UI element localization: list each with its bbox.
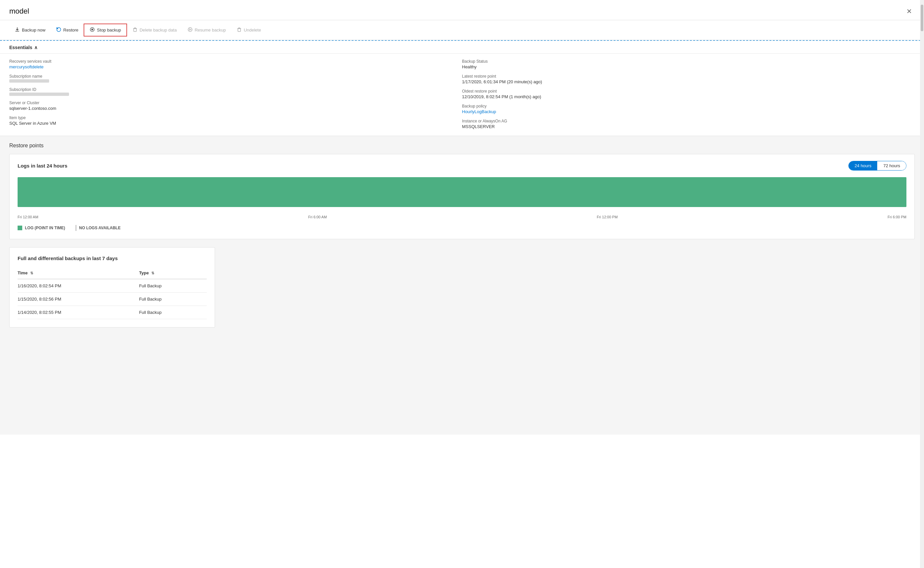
time-cell: 1/15/2020, 8:02:56 PM <box>18 293 139 306</box>
backups-card: Full and differential backups in last 7 … <box>9 247 215 328</box>
chart-container <box>18 177 906 210</box>
backup-status-label: Backup Status <box>462 59 915 64</box>
delete-backup-icon <box>132 27 138 33</box>
stop-backup-button[interactable]: Stop backup <box>84 24 127 36</box>
undelete-label: Undelete <box>244 27 261 33</box>
oldest-restore-value: 12/10/2019, 8:02:54 PM (1 month(s) ago) <box>462 94 541 99</box>
toolbar: Backup now Restore Stop backup <box>0 20 924 40</box>
backup-policy-item: Backup policy HourlyLogBackup <box>462 104 915 114</box>
subscription-id-label: Subscription ID <box>9 87 462 92</box>
server-cluster-label: Server or Cluster <box>9 101 462 105</box>
subscription-name-item: Subscription name <box>9 74 462 83</box>
latest-restore-value: 1/17/2020, 6:01:34 PM (20 minute(s) ago) <box>462 79 542 84</box>
log-legend-item: LOG (POINT IN TIME) <box>18 226 65 230</box>
chart-axis: Fri 12:00 AM Fri 6:00 AM Fri 12:00 PM Fr… <box>18 213 906 221</box>
main-window: model ✕ Backup now Restore <box>0 0 924 568</box>
oldest-restore-item: Oldest restore point 12/10/2019, 8:02:54… <box>462 89 915 99</box>
time-sort-icon[interactable]: ⇅ <box>30 271 33 275</box>
axis-t4: Fri 6:00 PM <box>888 215 906 219</box>
instance-label: Instance or AlwaysOn AG <box>462 119 915 124</box>
oldest-restore-label: Oldest restore point <box>462 89 915 94</box>
resume-backup-button[interactable]: Resume backup <box>182 24 231 36</box>
restore-label: Restore <box>63 27 79 33</box>
essentials-header[interactable]: Essentials ∧ <box>0 40 924 54</box>
axis-t3: Fri 12:00 PM <box>597 215 618 219</box>
subscription-id-item: Subscription ID <box>9 87 462 96</box>
type-cell: Full Backup <box>139 279 207 293</box>
item-type-value: SQL Server in Azure VM <box>9 121 56 126</box>
stop-backup-icon <box>89 27 95 33</box>
page-title: model <box>9 7 29 16</box>
72-hours-button[interactable]: 72 hours <box>877 161 906 170</box>
no-logs-legend-label: NO LOGS AVAILABLE <box>79 226 121 230</box>
recovery-vault-label: Recovery services vault <box>9 59 462 64</box>
axis-t1: Fri 12:00 AM <box>18 215 38 219</box>
stop-backup-label: Stop backup <box>97 27 121 33</box>
delete-backup-label: Delete backup data <box>140 27 177 33</box>
logs-card-header: Logs in last 24 hours 24 hours 72 hours <box>18 161 906 171</box>
item-type-label: Item type <box>9 115 462 120</box>
type-cell: Full Backup <box>139 306 207 319</box>
logs-card-title: Logs in last 24 hours <box>18 163 67 169</box>
type-cell: Full Backup <box>139 293 207 306</box>
latest-restore-label: Latest restore point <box>462 74 915 79</box>
subscription-id-placeholder <box>9 92 69 96</box>
24-hours-button[interactable]: 24 hours <box>849 161 877 170</box>
backups-card-title: Full and differential backups in last 7 … <box>18 255 207 261</box>
latest-restore-item: Latest restore point 1/17/2020, 6:01:34 … <box>462 74 915 84</box>
logs-card: Logs in last 24 hours 24 hours 72 hours … <box>9 154 915 239</box>
table-row: 1/14/2020, 8:02:55 PMFull Backup <box>18 306 207 319</box>
restore-icon <box>56 27 61 33</box>
essentials-right-col: Backup Status Healthy Latest restore poi… <box>462 59 915 129</box>
log-color-indicator <box>18 226 22 230</box>
essentials-section: Essentials ∧ Recovery services vault mer… <box>0 40 924 136</box>
instance-item: Instance or AlwaysOn AG MSSQLSERVER <box>462 119 915 129</box>
backup-now-label: Backup now <box>22 27 45 33</box>
backups-table: Time ⇅ Type ⇅ 1/16/2020, 8:02:54 PMFull … <box>18 268 207 319</box>
table-row: 1/15/2020, 8:02:56 PMFull Backup <box>18 293 207 306</box>
restore-points-title: Restore points <box>9 143 915 149</box>
subscription-name-placeholder <box>9 79 49 83</box>
essentials-grid: Recovery services vault mercurysoftdelet… <box>0 54 924 136</box>
title-bar: model ✕ <box>0 0 924 20</box>
backup-status-item: Backup Status Healthy <box>462 59 915 69</box>
chevron-up-icon: ∧ <box>34 45 38 50</box>
axis-t2: Fri 6:00 AM <box>308 215 327 219</box>
backup-now-icon <box>15 27 20 33</box>
undelete-icon <box>237 27 242 33</box>
backup-policy-value[interactable]: HourlyLogBackup <box>462 109 496 114</box>
svg-rect-4 <box>238 29 240 32</box>
scrollbar[interactable] <box>920 0 924 568</box>
scrollbar-thumb <box>921 5 923 31</box>
type-sort-icon[interactable]: ⇅ <box>151 271 154 275</box>
instance-value: MSSQLSERVER <box>462 124 495 129</box>
delete-backup-button[interactable]: Delete backup data <box>127 24 182 36</box>
close-button[interactable]: ✕ <box>904 6 915 17</box>
main-content: Restore points Logs in last 24 hours 24 … <box>0 136 924 435</box>
subscription-name-label: Subscription name <box>9 74 462 79</box>
server-cluster-value: sqlserver-1.contoso.com <box>9 106 56 111</box>
backup-policy-label: Backup policy <box>462 104 915 109</box>
no-logs-legend-item: NO LOGS AVAILABLE <box>75 225 121 231</box>
time-cell: 1/14/2020, 8:02:55 PM <box>18 306 139 319</box>
svg-rect-1 <box>92 29 93 30</box>
chart-legend: LOG (POINT IN TIME) NO LOGS AVAILABLE <box>18 225 906 231</box>
essentials-left-col: Recovery services vault mercurysoftdelet… <box>9 59 462 129</box>
recovery-vault-item: Recovery services vault mercurysoftdelet… <box>9 59 462 69</box>
resume-backup-label: Resume backup <box>195 27 226 33</box>
undelete-button[interactable]: Undelete <box>231 24 266 36</box>
server-cluster-item: Server or Cluster sqlserver-1.contoso.co… <box>9 101 462 111</box>
resume-backup-icon <box>187 27 193 33</box>
time-toggle: 24 hours 72 hours <box>849 161 906 171</box>
recovery-vault-value[interactable]: mercurysoftdelete <box>9 64 44 69</box>
essentials-label: Essentials <box>9 45 32 50</box>
log-legend-label: LOG (POINT IN TIME) <box>25 226 65 230</box>
backup-status-value: Healthy <box>462 64 477 69</box>
restore-button[interactable]: Restore <box>51 24 84 36</box>
time-cell: 1/16/2020, 8:02:54 PM <box>18 279 139 293</box>
time-column-header: Time ⇅ <box>18 268 139 279</box>
backup-now-button[interactable]: Backup now <box>9 24 51 36</box>
type-column-header: Type ⇅ <box>139 268 207 279</box>
no-logs-color-indicator <box>75 225 76 231</box>
table-row: 1/16/2020, 8:02:54 PMFull Backup <box>18 279 207 293</box>
